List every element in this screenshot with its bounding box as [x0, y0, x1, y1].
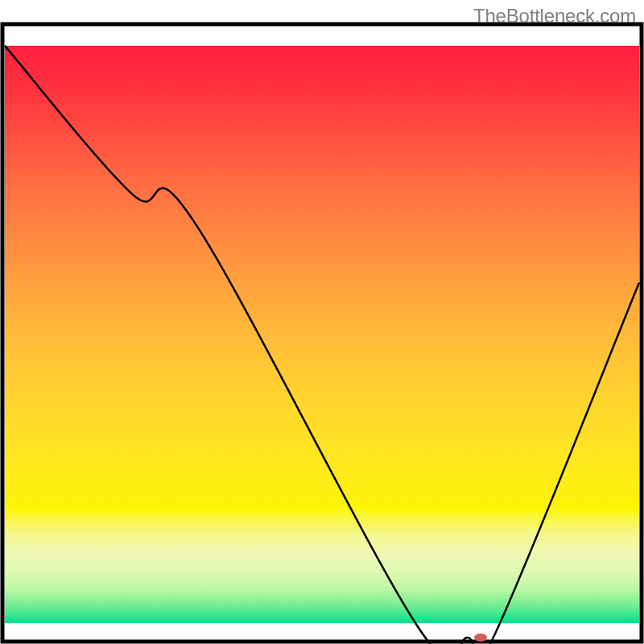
bottleneck-chart [0, 0, 644, 644]
chart-container: TheBottleneck.com [0, 0, 644, 644]
watermark-text: TheBottleneck.com [473, 5, 636, 27]
gradient-background [5, 46, 639, 623]
optimal-marker [474, 634, 487, 642]
